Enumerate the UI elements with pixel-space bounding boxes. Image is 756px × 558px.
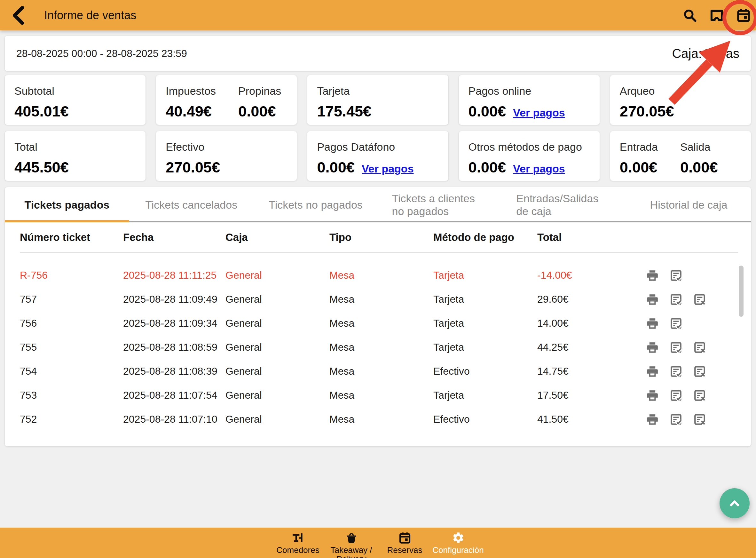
metric-label: Pagos Datáfono <box>317 141 414 153</box>
dining-table-icon <box>291 531 305 544</box>
cell-fecha: 2025-08-28 11:07:10 <box>123 413 226 425</box>
summary-metric: Total445.50€ <box>15 141 69 181</box>
print-icon[interactable] <box>646 317 659 330</box>
cell-total: 14.00€ <box>537 318 636 329</box>
row-actions <box>636 389 738 402</box>
summary-metric: Tarjeta175.45€ <box>317 85 371 125</box>
summary-card: Impuestos40.49€Propinas0.00€ <box>156 75 297 125</box>
caja-filter[interactable]: Caja: Todas <box>672 46 739 61</box>
cell-caja: General <box>226 294 330 305</box>
cell-ticket: 757 <box>20 294 123 305</box>
cell-total: 44.25€ <box>537 341 636 353</box>
receipt-x-icon[interactable] <box>693 389 706 402</box>
tab-tickets-pagados[interactable]: Tickets pagados <box>5 187 129 222</box>
receipt-check-icon[interactable] <box>670 269 682 282</box>
cell-total: -14.00€ <box>537 270 636 281</box>
cell-total: 41.50€ <box>537 413 636 425</box>
column-header: Número ticket <box>20 231 123 244</box>
tab-label: Tickets cancelados <box>145 198 237 211</box>
tab-tickets-a-clientes-no-pagados[interactable]: Tickets a clientes no pagados <box>378 187 502 222</box>
summary-metric: Pagos Datáfono0.00€Ver pagos <box>317 141 414 181</box>
print-icon[interactable] <box>646 269 659 282</box>
takeaway-bag-icon <box>344 531 359 544</box>
tab-tickets-no-pagados[interactable]: Tickets no pagados <box>254 187 378 222</box>
nav-item-configuraci-n[interactable]: Configuración <box>432 528 485 558</box>
metric-value: 270.05€ <box>166 158 220 176</box>
tray-icon[interactable] <box>709 8 724 23</box>
metric-label: Salida <box>680 141 718 153</box>
date-range-filter[interactable]: 28-08-2025 00:00 - 28-08-2025 23:59 <box>16 48 187 59</box>
nav-item-reservas[interactable]: Reservas <box>378 528 432 558</box>
receipt-check-icon[interactable] <box>670 413 682 426</box>
nav-item-label: Comedores <box>276 546 319 555</box>
summary-metric: Otros métodos de pago0.00€Ver pagos <box>469 141 582 181</box>
cell-metodo: Tarjeta <box>433 294 537 305</box>
tab-tickets-cancelados[interactable]: Tickets cancelados <box>129 187 254 222</box>
cell-tipo: Mesa <box>330 413 433 425</box>
header-actions <box>682 8 756 23</box>
metric-value-line: 0.00€Ver pagos <box>469 158 582 176</box>
ver-pagos-link[interactable]: Ver pagos <box>513 106 565 119</box>
nav-item-takeaway-delivery[interactable]: Takeaway / Delivery <box>324 528 378 558</box>
summary-metric: Subtotal405.01€ <box>15 85 69 125</box>
cell-ticket: 753 <box>20 389 123 401</box>
column-header: Fecha <box>123 231 226 244</box>
calendar-icon[interactable] <box>736 8 751 23</box>
summary-metric: Impuestos40.49€ <box>166 85 216 125</box>
receipt-x-icon[interactable] <box>693 365 706 378</box>
receipt-check-icon[interactable] <box>670 341 682 354</box>
print-icon[interactable] <box>646 293 659 306</box>
receipt-x-icon[interactable] <box>693 293 706 306</box>
cell-tipo: Mesa <box>330 365 433 377</box>
metric-label: Tarjeta <box>317 85 371 97</box>
summary-cards-row-2: Total445.50€Efectivo270.05€Pagos Datáfon… <box>5 131 751 181</box>
metric-value-line: 270.05€ <box>620 102 674 120</box>
receipt-check-icon[interactable] <box>670 317 682 330</box>
table-row[interactable]: 7572025-08-28 11:09:49GeneralMesaTarjeta… <box>5 287 751 311</box>
metric-label: Pagos online <box>469 85 565 97</box>
tab-historial-de-caja[interactable]: Historial de caja <box>626 187 751 222</box>
summary-card: Total445.50€ <box>5 131 146 181</box>
cell-metodo: Tarjeta <box>433 270 537 281</box>
print-icon[interactable] <box>646 341 659 354</box>
print-icon[interactable] <box>646 365 659 378</box>
search-icon[interactable] <box>682 8 697 23</box>
cell-ticket: 756 <box>20 318 123 329</box>
table-row[interactable]: 7532025-08-28 11:07:54GeneralMesaTarjeta… <box>5 383 751 407</box>
receipt-x-icon[interactable] <box>693 413 706 426</box>
receipt-x-icon[interactable] <box>693 341 706 354</box>
print-icon[interactable] <box>646 389 659 402</box>
summary-card: Entrada0.00€Salida0.00€ <box>610 131 751 181</box>
summary-metric: Propinas0.00€ <box>238 85 281 125</box>
scrollbar-thumb[interactable] <box>739 265 744 317</box>
receipt-check-icon[interactable] <box>670 389 682 402</box>
table-row[interactable]: 7522025-08-28 11:07:10GeneralMesaEfectiv… <box>5 407 751 430</box>
receipt-check-icon[interactable] <box>670 365 682 378</box>
cell-fecha: 2025-08-28 11:09:34 <box>123 318 226 329</box>
tab-label: Tickets pagados <box>25 198 110 211</box>
nav-item-comedores[interactable]: Comedores <box>271 528 324 558</box>
metric-value: 0.00€ <box>680 158 718 176</box>
scroll-top-button[interactable] <box>720 488 750 518</box>
cell-total: 14.75€ <box>537 365 636 377</box>
cell-tipo: Mesa <box>330 389 433 401</box>
tab-entradas-salidas-de-caja[interactable]: Entradas/Salidas de caja <box>502 187 626 222</box>
table-row[interactable]: 7562025-08-28 11:09:34GeneralMesaTarjeta… <box>5 311 751 335</box>
ver-pagos-link[interactable]: Ver pagos <box>513 162 565 175</box>
summary-metric: Entrada0.00€ <box>620 141 658 181</box>
cell-tipo: Mesa <box>330 341 433 353</box>
table-row[interactable]: R-7562025-08-28 11:11:25GeneralMesaTarje… <box>5 263 751 287</box>
table-row[interactable]: 7552025-08-28 11:08:59GeneralMesaTarjeta… <box>5 335 751 359</box>
metric-value-line: 445.50€ <box>15 158 69 176</box>
column-header: Tipo <box>330 231 433 244</box>
table-row[interactable]: 7542025-08-28 11:08:39GeneralMesaEfectiv… <box>5 359 751 383</box>
cell-caja: General <box>226 318 330 329</box>
ver-pagos-link[interactable]: Ver pagos <box>362 162 414 175</box>
back-icon[interactable] <box>8 4 31 27</box>
nav-item-label: Takeaway / Delivery <box>324 546 378 558</box>
cell-metodo: Tarjeta <box>433 318 537 329</box>
print-icon[interactable] <box>646 413 659 426</box>
cell-ticket: R-756 <box>20 270 123 281</box>
receipt-check-icon[interactable] <box>670 293 682 306</box>
summary-metric: Salida0.00€ <box>680 141 718 181</box>
